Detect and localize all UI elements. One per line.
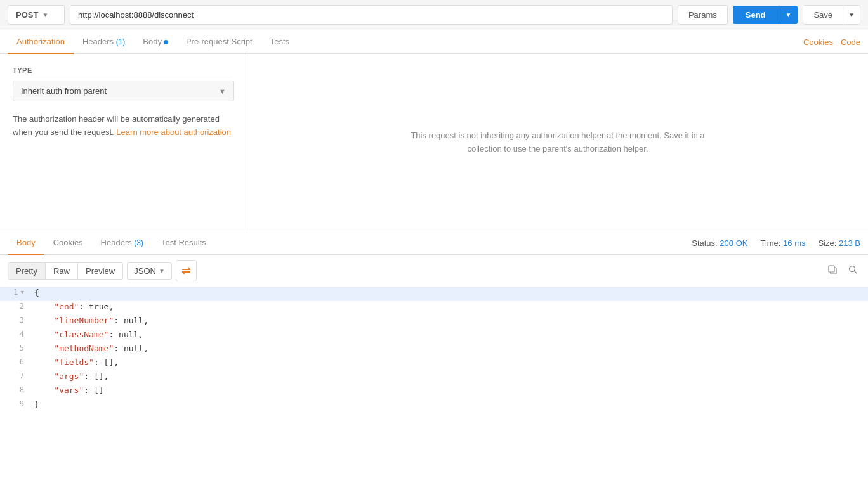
send-dropdown-button[interactable]: ▼ [779,6,798,24]
response-status: Status: 200 OK Time: 16 ms Size: 213 B [692,238,860,248]
url-input[interactable] [70,5,673,25]
body-dot [164,40,168,44]
send-group: Send ▼ [733,6,798,24]
send-button[interactable]: Send [733,6,779,24]
learn-more-link[interactable]: Learn more about authorization [116,127,231,137]
format-raw-button[interactable]: Raw [46,263,78,279]
status-value: 200 OK [720,238,747,248]
copy-button[interactable] [825,263,840,278]
code-line: 2 "end": true, [0,301,868,315]
tab-pre-request-script[interactable]: Pre-request Script [177,30,261,54]
request-tabs: Authorization Headers (1) Body Pre-reque… [0,30,868,54]
method-text: POST [16,10,38,20]
response-tabs: Body Cookies Headers (3) Test Results St… [0,231,868,255]
auth-right-panel: This request is not inheriting any autho… [247,54,868,231]
method-selector[interactable]: POST ▼ [8,5,65,25]
type-chevron-icon: ▼ [219,87,226,95]
resp-tab-cookies[interactable]: Cookies [44,231,92,255]
auth-description: The authorization header will be automat… [13,113,234,139]
type-select-dropdown[interactable]: Inherit auth from parent ▼ [13,81,234,101]
json-chevron-icon: ▼ [159,268,165,274]
format-group: Pretty Raw Preview [8,262,123,280]
resp-tab-test-results[interactable]: Test Results [152,231,215,255]
code-line: 6 "fields": [], [0,357,868,371]
top-bar: POST ▼ Params Send ▼ Save ▼ [0,0,868,30]
req-tabs-right: Cookies Code [803,37,860,47]
code-line: 9 } [0,399,868,413]
svg-line-3 [855,271,857,274]
resp-tab-headers[interactable]: Headers (3) [92,231,152,255]
auth-info-text: This request is not inheriting any autho… [399,129,716,156]
auth-left-panel: TYPE Inherit auth from parent ▼ The auth… [0,54,247,231]
response-code-area: 1 ▼ { 2 "end": true, 3 "lineNumber": nul… [0,287,868,413]
code-line: 4 "className": null, [0,329,868,343]
resp-tab-body[interactable]: Body [8,231,44,255]
wrap-button[interactable]: ⇌ [176,260,197,281]
code-line: 3 "lineNumber": null, [0,315,868,329]
wrap-icon: ⇌ [181,264,191,278]
code-line: 1 ▼ { [0,287,868,301]
format-preview-button[interactable]: Preview [78,263,122,279]
params-button[interactable]: Params [678,5,728,25]
size-value: 213 B [839,238,860,248]
tab-headers[interactable]: Headers (1) [74,30,134,54]
time-value: 16 ms [783,238,805,248]
save-group: Save ▼ [803,5,860,25]
type-label: TYPE [13,67,234,74]
collapse-arrow-icon: ▼ [21,289,24,295]
format-pretty-button[interactable]: Pretty [8,263,46,279]
tab-authorization[interactable]: Authorization [8,30,74,54]
code-line: 5 "methodName": null, [0,343,868,357]
svg-rect-1 [829,266,834,272]
save-button[interactable]: Save [803,6,843,24]
code-line: 8 "vars": [] [0,385,868,399]
search-button[interactable] [845,263,860,278]
cookies-link[interactable]: Cookies [803,37,833,47]
response-icons [825,263,860,278]
code-line: 7 "args": [], [0,371,868,385]
auth-area: TYPE Inherit auth from parent ▼ The auth… [0,54,868,231]
tab-tests[interactable]: Tests [261,30,298,54]
response-toolbar: Pretty Raw Preview JSON ▼ ⇌ [0,255,868,287]
tab-body[interactable]: Body [134,30,177,54]
method-chevron-icon: ▼ [42,11,48,18]
code-link[interactable]: Code [841,37,860,47]
json-format-dropdown[interactable]: JSON ▼ [127,262,172,280]
save-dropdown-button[interactable]: ▼ [843,6,860,24]
